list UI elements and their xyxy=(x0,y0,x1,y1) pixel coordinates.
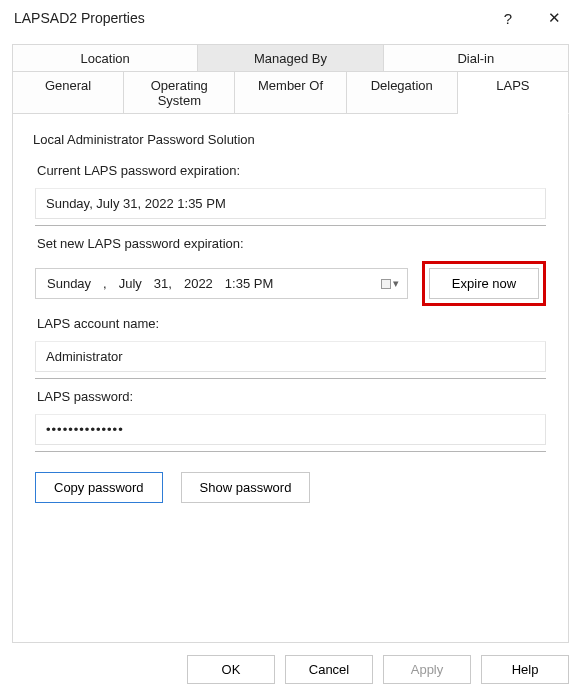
help-button[interactable]: ? xyxy=(485,0,531,36)
set-expiration-row: Sunday , July 31, 2022 1:35 PM ▾ Expire … xyxy=(35,261,546,306)
ok-button[interactable]: OK xyxy=(187,655,275,684)
tab-general[interactable]: General xyxy=(12,71,124,114)
divider xyxy=(35,225,546,226)
tab-row-2: General Operating System Member Of Deleg… xyxy=(12,71,569,114)
account-name-label: LAPS account name: xyxy=(37,316,552,331)
dt-month[interactable]: July xyxy=(116,276,145,291)
tab-managed-by[interactable]: Managed By xyxy=(198,44,383,72)
password-value: •••••••••••••• xyxy=(35,414,546,445)
dt-comma: , xyxy=(100,276,110,291)
dt-year[interactable]: 2022 xyxy=(181,276,216,291)
cancel-button[interactable]: Cancel xyxy=(285,655,373,684)
divider xyxy=(35,451,546,452)
close-button[interactable]: ✕ xyxy=(531,0,577,36)
tab-row-1: Location Managed By Dial-in xyxy=(12,44,569,72)
tab-member-of[interactable]: Member Of xyxy=(235,71,346,114)
account-name-value: Administrator xyxy=(35,341,546,372)
password-label: LAPS password: xyxy=(37,389,552,404)
tab-location[interactable]: Location xyxy=(12,44,198,72)
tab-delegation[interactable]: Delegation xyxy=(347,71,458,114)
set-expiration-label: Set new LAPS password expiration: xyxy=(37,236,552,251)
current-expiration-label: Current LAPS password expiration: xyxy=(37,163,552,178)
datetime-picker[interactable]: Sunday , July 31, 2022 1:35 PM ▾ xyxy=(35,268,408,299)
tabs-area: Location Managed By Dial-in General Oper… xyxy=(0,36,581,114)
dialog-footer: OK Cancel Apply Help xyxy=(187,655,569,684)
expire-now-highlight: Expire now xyxy=(422,261,546,306)
laps-panel: Local Administrator Password Solution Cu… xyxy=(12,113,569,643)
show-password-button[interactable]: Show password xyxy=(181,472,311,503)
calendar-dropdown-icon[interactable]: ▾ xyxy=(381,277,399,290)
tab-dial-in[interactable]: Dial-in xyxy=(384,44,569,72)
current-expiration-value: Sunday, July 31, 2022 1:35 PM xyxy=(35,188,546,219)
apply-button[interactable]: Apply xyxy=(383,655,471,684)
titlebar: LAPSAD2 Properties ? ✕ xyxy=(0,0,581,36)
copy-password-button[interactable]: Copy password xyxy=(35,472,163,503)
expire-now-button[interactable]: Expire now xyxy=(429,268,539,299)
divider xyxy=(35,378,546,379)
dt-day[interactable]: 31, xyxy=(151,276,175,291)
tab-operating-system[interactable]: Operating System xyxy=(124,71,235,114)
dt-weekday[interactable]: Sunday xyxy=(44,276,94,291)
group-title: Local Administrator Password Solution xyxy=(33,132,552,147)
dt-time[interactable]: 1:35 PM xyxy=(222,276,276,291)
window-title: LAPSAD2 Properties xyxy=(14,10,485,26)
help-footer-button[interactable]: Help xyxy=(481,655,569,684)
password-actions: Copy password Show password xyxy=(35,472,546,503)
tab-laps[interactable]: LAPS xyxy=(458,71,569,114)
